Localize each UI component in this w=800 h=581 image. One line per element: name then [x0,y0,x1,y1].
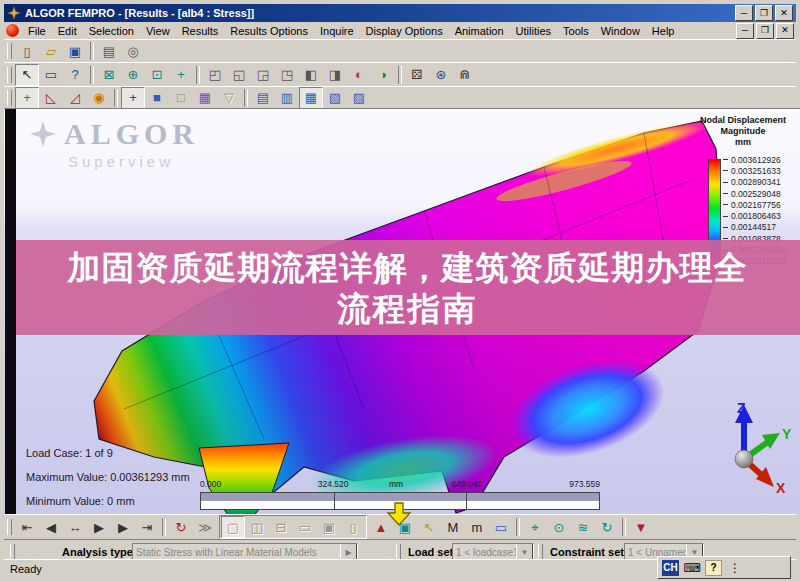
legend-value: 0.00144517 [723,222,785,233]
probe-point-button[interactable]: ⌖ [523,516,547,538]
context-help-cursor-button[interactable]: ? [63,64,87,86]
refresh-results-button[interactable]: ↻ [595,516,619,538]
last-load-case-button[interactable]: ⇥ [135,516,159,538]
toolbar-grip[interactable] [538,544,543,560]
minimize-button[interactable]: ─ [735,5,753,21]
shaded-edges-style-button[interactable]: ▥ [275,87,299,109]
undisplaced-model-button[interactable]: ▯ [341,516,365,538]
ime-language-button[interactable]: CH [662,560,679,576]
menu-view[interactable]: View [140,23,176,39]
menu-file[interactable]: File [22,23,52,39]
headline-line1: 加固资质延期流程详解，建筑资质延期办理全 [68,247,748,289]
zoom-previous-button[interactable]: ⊠ [97,64,121,86]
filter-button[interactable]: ▽ [217,87,241,109]
snap-to-corner-left-button[interactable]: ◺ [39,87,63,109]
zoom-window-button[interactable]: ⊡ [145,64,169,86]
cursor-options-button[interactable]: ▭ [39,64,63,86]
orbit-view-button[interactable]: ◑ [371,64,395,86]
show-maximum-button[interactable]: M [441,516,465,538]
animate-view-1-button[interactable]: ▢ [221,516,245,538]
displaced-model-button[interactable]: ▣ [317,516,341,538]
mdi-minimize-button[interactable]: ─ [736,23,754,39]
save-animation-button[interactable]: ▼ [629,516,653,538]
rotate-view-button[interactable]: ◐ [347,64,371,86]
zoom-in-button[interactable]: ⊕ [121,64,145,86]
shaded-style-button[interactable]: ▤ [251,87,275,109]
find-button[interactable]: ⋒ [453,64,477,86]
loop-animation-button[interactable]: ↻ [169,516,193,538]
animate-view-2-button[interactable]: ◫ [245,516,269,538]
save-file-button[interactable]: ▣ [63,40,87,62]
toolbar-grip[interactable] [7,67,12,83]
ime-options-button[interactable]: ⋮ [726,560,744,576]
vertex-display-button[interactable]: + [121,87,145,109]
animate-view-3-button[interactable]: ⊟ [269,516,293,538]
open-file-button[interactable]: ▱ [39,40,63,62]
maximize-button[interactable]: ❐ [755,5,773,21]
menu-help[interactable]: Help [646,23,681,39]
toolbar-grip[interactable] [7,90,12,106]
menu-tools[interactable]: Tools [557,23,595,39]
solid-display-button[interactable]: ■ [145,87,169,109]
center-of-rotation-button[interactable]: + [15,87,39,109]
legend-value: 0.001806463 [723,210,785,221]
toolbar-grip[interactable] [10,544,15,560]
results-viewport[interactable]: ALGOR Superview [4,108,800,514]
snap-to-circle-button[interactable]: ◉ [87,87,111,109]
view-right-button[interactable]: ◨ [323,64,347,86]
ime-help-button[interactable]: ? [705,560,722,576]
mdi-close-button[interactable]: ✕ [776,23,794,39]
document-icon [6,24,19,37]
legend-value: 0.003251633 [723,165,785,176]
menu-window[interactable]: Window [595,23,646,39]
next-load-case-button[interactable]: ▶ [111,516,135,538]
ruler-label: mm [389,479,403,489]
toolbar-separator [398,66,402,84]
legend-value: 0.002890341 [723,177,785,188]
view-left-button[interactable]: ◧ [299,64,323,86]
view-bottom-button[interactable]: ◳ [275,64,299,86]
toolbar-grip[interactable] [7,519,12,535]
menu-results-options[interactable]: Results Options [224,23,314,39]
mdi-restore-button[interactable]: ❐ [756,23,774,39]
mesh-display-button[interactable]: ▦ [193,87,217,109]
hidden-line-style-button[interactable]: ▧ [323,87,347,109]
close-button[interactable]: ✕ [775,5,793,21]
animate-view-4-button[interactable]: ▭ [293,516,317,538]
probe-cursor-button[interactable]: ↖ [417,516,441,538]
new-file-button[interactable]: ▯ [15,40,39,62]
previous-load-case-button[interactable]: ◀ [39,516,63,538]
menu-edit[interactable]: Edit [52,23,83,39]
smooth-results-button[interactable]: ≋ [571,516,595,538]
ime-keyboard-icon[interactable]: ⌨ [683,560,701,576]
legend-title: Nodal DisplacementMagnitudemm [692,115,794,148]
fast-forward-button[interactable]: ≫ [193,516,217,538]
print-button[interactable]: ▤ [97,40,121,62]
play-animation-button[interactable]: ▶ [87,516,111,538]
isometric-view-button[interactable]: ⚄ [405,64,429,86]
probe-grid-button[interactable]: ⊙ [547,516,571,538]
pan-button[interactable]: + [169,64,193,86]
wireframe-style-button[interactable]: ▦ [299,87,323,109]
toolbar-grip[interactable] [7,43,12,59]
image-frame-button[interactable]: ▭ [489,516,513,538]
globe-view-button[interactable]: ⊛ [429,64,453,86]
menu-selection[interactable]: Selection [83,23,140,39]
flat-style-button[interactable]: ▨ [347,87,371,109]
menu-animation[interactable]: Animation [449,23,510,39]
menu-display-options[interactable]: Display Options [360,23,449,39]
snap-to-corner-right-button[interactable]: ◿ [63,87,87,109]
first-load-case-button[interactable]: ⇤ [15,516,39,538]
view-back-button[interactable]: ◱ [227,64,251,86]
menu-utilities[interactable]: Utilities [510,23,557,39]
show-minimum-button[interactable]: m [465,516,489,538]
view-top-button[interactable]: ◲ [251,64,275,86]
transparent-display-button[interactable]: □ [169,87,193,109]
menu-results[interactable]: Results [176,23,225,39]
select-cursor-button[interactable]: ↖ [15,64,39,86]
toolbar-grip[interactable] [396,544,401,560]
menu-inquire[interactable]: Inquire [314,23,360,39]
view-front-button[interactable]: ◰ [203,64,227,86]
center-load-case-button[interactable]: ↔ [63,516,87,538]
print-preview-button[interactable]: ◎ [121,40,145,62]
